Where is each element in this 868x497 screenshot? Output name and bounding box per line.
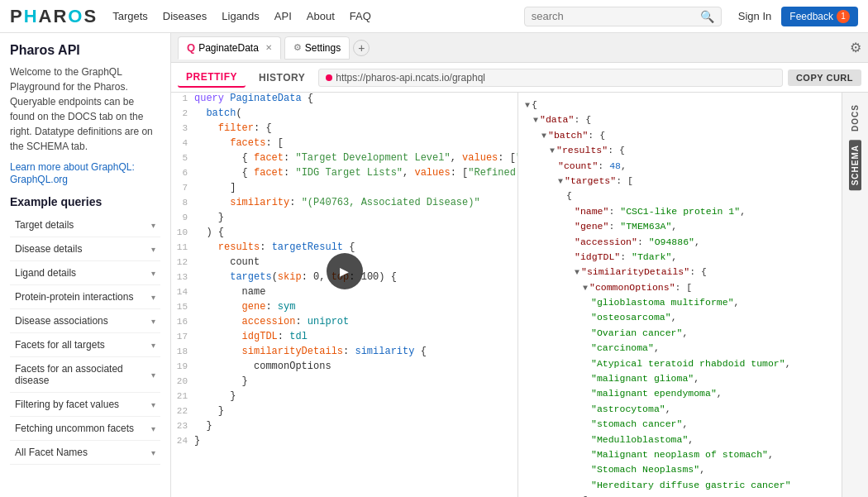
sidebar-item-label: All Facet Names (15, 447, 88, 458)
search-input[interactable] (532, 10, 697, 22)
nav-right: Sign In Feedback 1 (738, 7, 858, 26)
logo[interactable]: PHAROS (10, 6, 96, 27)
tabs-bar: Q PaginateData ✕ ⚙ Settings + ⚙ (171, 33, 868, 63)
sidebar-item-label: Target details (15, 219, 74, 231)
code-line: 9 } (171, 212, 517, 227)
sidebar-item-ppi[interactable]: Protein-protein interactions ▾ (10, 285, 160, 309)
code-editor: ▶ 1query PaginateData { 2 batch( 3 filte… (171, 93, 518, 497)
sidebar-description: Welcome to the GraphQL Playground for th… (10, 65, 160, 154)
gear-button[interactable]: ⚙ (850, 40, 861, 55)
content-area: Q PaginateData ✕ ⚙ Settings + ⚙ PRETTIFY… (171, 33, 868, 497)
chevron-down-icon: ▾ (151, 448, 155, 457)
code-line: 22 } (171, 405, 517, 420)
feedback-badge: 1 (837, 10, 850, 23)
tab-close-icon[interactable]: ✕ (265, 43, 272, 52)
tab-label: PaginateData (198, 42, 259, 54)
sidebar-item-label: Facets for all targets (15, 339, 105, 351)
nav-faq[interactable]: FAQ (350, 10, 371, 22)
sidebar-item-label: Protein-protein interactions (15, 291, 133, 303)
url-dot (326, 74, 332, 81)
collapse-arrow[interactable]: ▼ (541, 131, 546, 141)
code-line: 6 { facet: "IDG Target Lists", values: [… (171, 167, 517, 182)
sidebar-item-target-details[interactable]: Target details ▾ (10, 213, 160, 237)
add-icon: + (358, 41, 365, 55)
sidebar-item-uncommon-facets[interactable]: Fetching uncommon facets ▾ (10, 417, 160, 441)
code-line: 3 filter: { (171, 122, 517, 137)
code-line: 21 } (171, 390, 517, 405)
sidebar-item-disease-associations[interactable]: Disease associations ▾ (10, 309, 160, 333)
chevron-down-icon: ▾ (151, 424, 155, 433)
collapse-arrow[interactable]: ▼ (525, 101, 530, 110)
chevron-down-icon: ▾ (151, 245, 155, 254)
sidebar-item-label: Ligand details (15, 267, 76, 279)
collapse-arrow[interactable]: ▼ (550, 146, 555, 155)
graphql-link[interactable]: Learn more about GraphQL: GraphQL.org (10, 161, 135, 185)
code-line: 16 accession: uniprot (171, 316, 517, 331)
code-line: 2 batch( (171, 108, 517, 122)
settings-icon: ⚙ (293, 42, 302, 53)
main-container: Pharos API Welcome to the GraphQL Playgr… (0, 33, 868, 497)
code-line: 1query PaginateData { (171, 93, 517, 108)
collapse-arrow[interactable]: ▼ (575, 268, 579, 277)
chevron-down-icon: ▾ (151, 293, 155, 302)
code-line: 18 similarityDetails: similarity { (171, 346, 517, 361)
code-line: 10 ) { (171, 227, 517, 241)
nav-diseases[interactable]: Diseases (163, 10, 207, 22)
code-line: 20 } (171, 375, 517, 390)
nav-ligands[interactable]: Ligands (222, 10, 260, 22)
docs-panel-button[interactable]: DOCS (849, 99, 861, 136)
search-icon: 🔍 (700, 10, 714, 23)
chevron-down-icon: ▾ (151, 221, 155, 230)
signin-link[interactable]: Sign In (738, 10, 771, 22)
play-button[interactable]: ▶ (327, 253, 363, 289)
editor-area: ▶ 1query PaginateData { 2 batch( 3 filte… (171, 93, 868, 497)
prettify-button[interactable]: PRETTIFY (178, 68, 246, 88)
sidebar-item-disease-details[interactable]: Disease details ▾ (10, 237, 160, 261)
chevron-down-icon: ▾ (151, 370, 155, 380)
url-text: https://pharos-api.ncats.io/graphql (336, 72, 485, 84)
add-tab-button[interactable]: + (353, 40, 370, 56)
nav-targets[interactable]: Targets (112, 10, 148, 22)
tabs-right: ⚙ (850, 40, 861, 55)
collapse-arrow[interactable]: ▼ (558, 177, 563, 186)
tab-settings[interactable]: ⚙ Settings (284, 36, 350, 60)
copy-curl-button[interactable]: COPY CURL (788, 69, 861, 86)
code-line: 4 facets: [ (171, 137, 517, 152)
chevron-down-icon: ▾ (151, 341, 155, 350)
toolbar: PRETTIFY HISTORY https://pharos-api.ncat… (171, 63, 868, 93)
feedback-label: Feedback (789, 11, 833, 22)
side-panels: DOCS SCHEMA (842, 93, 868, 497)
sidebar-item-ligand-details[interactable]: Ligand details ▾ (10, 261, 160, 285)
history-button[interactable]: HISTORY (250, 69, 313, 87)
tab-label: Settings (305, 42, 341, 54)
tab-query-icon: Q (187, 41, 195, 54)
sidebar-item-facets-all[interactable]: Facets for all targets ▾ (10, 333, 160, 357)
sidebar-item-all-facet-names[interactable]: All Facet Names ▾ (10, 441, 160, 465)
code-line: 7 ] (171, 182, 517, 197)
main-nav: Targets Diseases Ligands API About FAQ (112, 10, 508, 22)
code-line: 8 similarity: "(P40763, Associated Disea… (171, 197, 517, 212)
nav-api[interactable]: API (274, 10, 292, 22)
tab-paginate-data[interactable]: Q PaginateData ✕ (178, 36, 281, 60)
code-line: 17 idgTDL: tdl (171, 331, 517, 346)
sidebar-item-filtering[interactable]: Filtering by facet values ▾ (10, 393, 160, 417)
code-line: 24} (171, 435, 517, 450)
sidebar-item-label: Disease details (15, 243, 82, 255)
chevron-down-icon: ▾ (151, 400, 155, 409)
schema-panel-button[interactable]: SCHEMA (849, 140, 861, 190)
top-navigation: PHAROS Targets Diseases Ligands API Abou… (0, 0, 868, 33)
code-line: 19 commonOptions (171, 361, 517, 375)
sidebar-item-label: Filtering by facet values (15, 399, 119, 410)
nav-about[interactable]: About (307, 10, 335, 22)
collapse-arrow[interactable]: ▼ (533, 116, 538, 125)
code-line: 15 gene: sym (171, 301, 517, 316)
json-output: ▼{ ▼"data": { ▼"batch": { ▼"results": { … (518, 93, 842, 497)
sidebar-item-label: Facets for an associated disease (15, 363, 151, 386)
sidebar-item-facets-associated[interactable]: Facets for an associated disease ▾ (10, 357, 160, 393)
collapse-arrow[interactable]: ▼ (583, 284, 588, 293)
code-line: 23 } (171, 420, 517, 435)
sidebar: Pharos API Welcome to the GraphQL Playgr… (0, 33, 171, 497)
feedback-button[interactable]: Feedback 1 (781, 7, 858, 26)
url-bar: https://pharos-api.ncats.io/graphql (318, 69, 783, 87)
code-line: 5 { facet: "Target Development Level", v… (171, 152, 517, 167)
